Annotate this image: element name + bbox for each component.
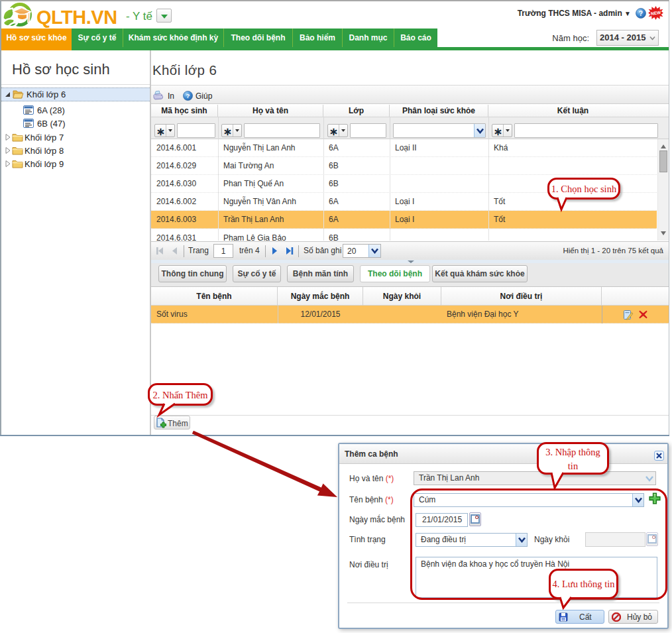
svg-text:?: ? — [639, 10, 643, 17]
svg-text:?: ? — [186, 92, 190, 99]
